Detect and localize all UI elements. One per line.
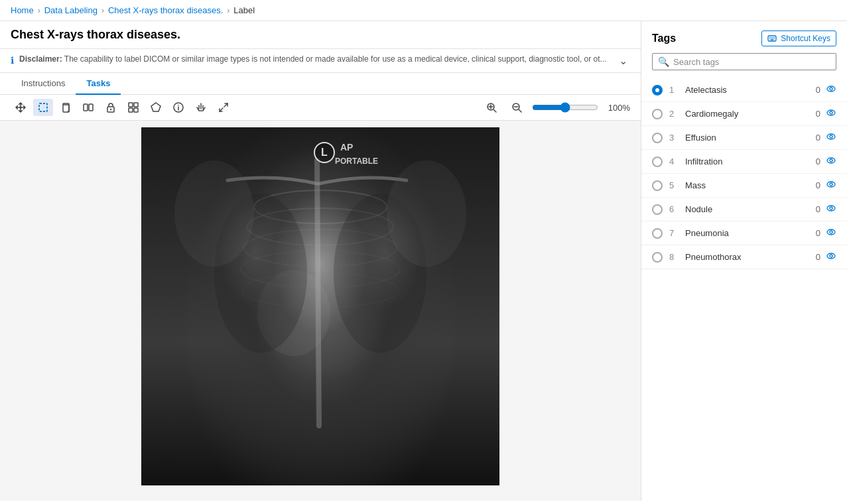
- tag-item-nodule[interactable]: 6 Nodule 0: [641, 198, 847, 221]
- tag-eye-pneumonia[interactable]: [826, 227, 836, 239]
- tag-item-pneumothorax[interactable]: 8 Pneumothorax 0: [641, 245, 847, 269]
- tabs-bar: Instructions Tasks: [0, 73, 641, 95]
- tag-eye-mass[interactable]: [826, 179, 836, 192]
- tag-radio-cardiomegaly[interactable]: [652, 109, 663, 119]
- tag-label-pneumonia: Pneumonia: [685, 228, 816, 238]
- tag-item-mass[interactable]: 5 Mass 0: [641, 174, 847, 198]
- svg-line-24: [519, 109, 521, 112]
- svg-point-42: [830, 88, 832, 90]
- svg-rect-2: [39, 103, 47, 111]
- tag-radio-infiltration[interactable]: [652, 157, 663, 167]
- zoom-in-button[interactable]: [482, 99, 501, 116]
- disclaimer-text: Disclaimer: The capability to label DICO…: [19, 54, 616, 64]
- svg-point-49: [827, 182, 835, 187]
- tag-label-pneumothorax: Pneumothorax: [685, 252, 816, 262]
- tag-item-cardiomegaly[interactable]: 2 Cardiomegaly 0: [641, 102, 847, 126]
- search-box[interactable]: 🔍: [652, 53, 836, 70]
- tag-eye-infiltration[interactable]: [826, 155, 836, 168]
- tag-eye-atelectasis[interactable]: [826, 84, 836, 96]
- svg-rect-8: [129, 103, 133, 107]
- tag-count-infiltration: 0: [816, 157, 820, 166]
- breadcrumb-home[interactable]: Home: [11, 5, 34, 15]
- svg-point-50: [830, 183, 832, 186]
- svg-point-55: [827, 253, 835, 259]
- tag-radio-pneumothorax[interactable]: [652, 252, 663, 263]
- tag-radio-nodule[interactable]: [652, 204, 663, 215]
- grid-button[interactable]: [123, 99, 143, 116]
- move-icon: [15, 101, 27, 113]
- right-panel-header: Tags Shortcut Keys: [641, 21, 847, 53]
- tag-num-5: 5: [669, 180, 681, 190]
- tag-count-atelectasis: 0: [816, 85, 820, 95]
- tag-item-effusion[interactable]: 3 Effusion 0: [641, 126, 847, 150]
- svg-rect-11: [134, 108, 138, 112]
- xray-image: L AP PORTABLE: [141, 127, 499, 485]
- xray-svg-overlay: [141, 127, 499, 485]
- breadcrumb-data-labeling[interactable]: Data Labeling: [44, 5, 98, 15]
- zoom-out-icon: [511, 101, 523, 113]
- tab-instructions[interactable]: Instructions: [11, 73, 76, 95]
- svg-point-45: [827, 134, 835, 139]
- tag-eye-nodule[interactable]: [826, 203, 836, 216]
- lock-button[interactable]: [101, 99, 121, 116]
- tag-label-cardiomegaly: Cardiomegaly: [685, 109, 816, 119]
- svg-point-44: [830, 111, 832, 114]
- zoom-out-button[interactable]: [507, 99, 527, 116]
- svg-rect-10: [129, 108, 133, 112]
- eye-icon-1: [826, 84, 836, 94]
- svg-rect-9: [134, 103, 138, 107]
- svg-point-47: [827, 158, 835, 163]
- split-button[interactable]: [78, 99, 98, 116]
- svg-rect-4: [84, 104, 88, 111]
- svg-point-46: [830, 135, 832, 138]
- tag-count-effusion: 0: [816, 133, 820, 143]
- svg-point-54: [830, 231, 832, 233]
- tag-num-8: 8: [669, 252, 681, 262]
- image-area[interactable]: L AP PORTABLE: [0, 121, 641, 501]
- svg-point-41: [827, 86, 835, 92]
- tag-radio-pneumonia[interactable]: [652, 228, 663, 239]
- disclaimer-collapse-button[interactable]: ⌄: [616, 54, 630, 67]
- zoom-slider[interactable]: [532, 102, 598, 113]
- main-container: Chest X-rays thorax diseases. ℹ Disclaim…: [0, 21, 847, 501]
- breadcrumb-current: Label: [233, 5, 255, 15]
- rectangle-tool-button[interactable]: [33, 99, 53, 116]
- breadcrumb-dataset[interactable]: Chest X-rays thorax diseases.: [108, 5, 223, 15]
- svg-point-48: [830, 159, 832, 162]
- expand-icon: [218, 101, 229, 113]
- shortcut-keys-label: Shortcut Keys: [781, 34, 830, 43]
- grid-icon: [127, 101, 139, 113]
- copy-icon: [60, 101, 72, 113]
- copy-button[interactable]: [56, 99, 76, 116]
- breadcrumb-sep-1: ›: [38, 6, 40, 15]
- eye-icon-6: [826, 203, 836, 214]
- tag-item-pneumonia[interactable]: 7 Pneumonia 0: [641, 221, 847, 245]
- tag-label-infiltration: Infiltration: [685, 157, 816, 166]
- expand-button[interactable]: [214, 99, 233, 116]
- polygon-button[interactable]: [146, 99, 166, 116]
- rectangle-icon: [37, 101, 49, 113]
- right-panel: Tags Shortcut Keys 🔍 1 Ate: [641, 21, 847, 501]
- tag-label-atelectasis: Atelectasis: [685, 85, 816, 95]
- tab-tasks[interactable]: Tasks: [76, 73, 121, 95]
- pan-button[interactable]: [191, 99, 211, 116]
- tag-radio-atelectasis[interactable]: [652, 85, 663, 95]
- eye-icon-5: [826, 179, 836, 190]
- svg-line-21: [493, 109, 496, 112]
- move-tool-button[interactable]: [11, 99, 31, 116]
- tag-radio-effusion[interactable]: [652, 133, 663, 143]
- tag-count-cardiomegaly: 0: [816, 109, 820, 119]
- shortcut-keys-button[interactable]: Shortcut Keys: [761, 31, 836, 46]
- tag-item-infiltration[interactable]: 4 Infiltration 0: [641, 150, 847, 174]
- search-input[interactable]: [673, 57, 830, 67]
- tag-eye-effusion[interactable]: [826, 131, 836, 144]
- tag-eye-cardiomegaly[interactable]: [826, 107, 836, 120]
- tag-eye-pneumothorax[interactable]: [826, 251, 836, 263]
- tag-count-pneumothorax: 0: [816, 252, 820, 262]
- eye-icon-2: [826, 107, 836, 118]
- disclaimer-label: Disclaimer:: [19, 54, 62, 64]
- tag-item-atelectasis[interactable]: 1 Atelectasis 0: [641, 78, 847, 102]
- svg-point-15: [178, 105, 179, 106]
- info-button[interactable]: [168, 99, 188, 116]
- tag-radio-mass[interactable]: [652, 180, 663, 191]
